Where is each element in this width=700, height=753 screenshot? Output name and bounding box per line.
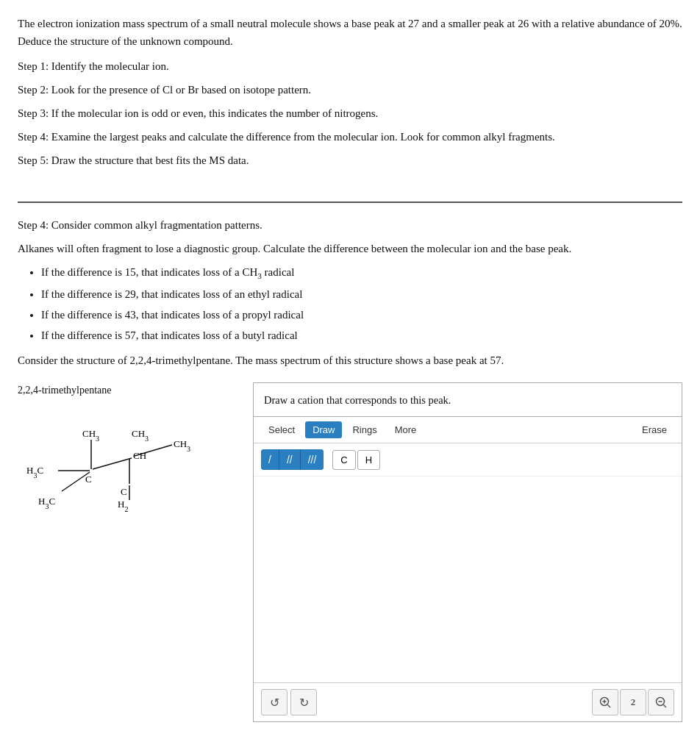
zoom-out-icon [654,696,668,709]
redo-button[interactable]: ↻ [290,689,317,715]
section-divider [18,201,682,203]
step-2: Step 2: Look for the presence of Cl or B… [18,81,682,99]
svg-line-17 [608,705,611,708]
svg-text:H3C: H3C [38,496,55,510]
svg-line-21 [664,705,667,708]
drawing-panel: Draw a cation that corresponds to this p… [253,382,682,722]
triple-bond-button[interactable]: /// [301,449,324,470]
erase-button[interactable]: Erase [635,421,674,438]
zoom-in-button[interactable] [592,689,618,715]
undo-redo-group: ↺ ↻ [261,689,317,715]
step-5: Step 5: Draw the structure that best fit… [18,151,682,169]
zoom-fit-button[interactable]: 2 [620,689,646,715]
zoom-group: 2 [592,689,674,715]
draw-prompt: Draw a cation that corresponds to this p… [254,383,682,417]
more-button[interactable]: More [388,421,424,438]
bullet-4: If the difference is 57, that indicates … [41,326,682,344]
bond-group: / // /// [261,449,324,470]
double-bond-button[interactable]: // [279,449,301,470]
select-button[interactable]: Select [261,421,302,438]
steps-list: Step 1: Identify the molecular ion. Step… [18,57,682,169]
svg-text:CH: CH [133,450,146,461]
svg-line-1 [93,458,132,469]
step-4: Step 4: Examine the largest peaks and ca… [18,128,682,146]
intro-section: The electron ionization mass spectrum of… [18,15,682,188]
structure-diagram: H3C C CH3 H3C CH3 CH CH3 C [18,404,238,527]
step4-heading: Step 4: Consider common alkyl fragmentat… [18,216,682,234]
lower-content: Step 4: Consider common alkyl fragmentat… [18,216,682,722]
svg-text:H2: H2 [118,499,128,513]
bullet-list: If the difference is 15, that indicates … [41,263,682,344]
alkanes-text: Alkanes will often fragment to lose a di… [18,240,682,257]
svg-text:CH3: CH3 [174,438,190,453]
lower-section: 2,2,4-trimethylpentane [18,382,682,722]
step-3: Step 3: If the molecular ion is odd or e… [18,104,682,122]
compound-label: 2,2,4-trimethylpentane [18,382,238,399]
consider-text: Consider the structure of 2,2,4-trimethy… [18,351,682,369]
bullet-1: If the difference is 15, that indicates … [41,263,682,282]
drawing-canvas[interactable] [254,477,682,682]
zoom-out-button[interactable] [648,689,674,715]
rings-button[interactable]: Rings [345,421,384,438]
draw-button[interactable]: Draw [305,421,342,438]
intro-paragraph: The electron ionization mass spectrum of… [18,15,682,50]
hydrogen-button[interactable]: H [357,450,380,470]
carbon-button[interactable]: C [332,450,355,470]
toolbar: Select Draw Rings More Erase [254,417,682,443]
svg-text:H3C: H3C [26,465,43,479]
single-bond-button[interactable]: / [261,449,279,470]
bullet-3: If the difference is 43, that indicates … [41,306,682,324]
svg-text:C: C [85,474,92,485]
structure-svg: H3C C CH3 H3C CH3 CH CH3 C [18,404,224,522]
left-panel: 2,2,4-trimethylpentane [18,382,238,527]
step-1: Step 1: Identify the molecular ion. [18,57,682,75]
bottom-toolbar: ↺ ↻ 2 [254,682,682,721]
bond-tools: / // /// C H [254,443,682,477]
zoom-in-icon [599,696,612,709]
bullet-2: If the difference is 29, that indicates … [41,285,682,303]
svg-text:C: C [121,486,127,497]
svg-text:CH3: CH3 [132,428,149,443]
undo-button[interactable]: ↺ [261,689,288,715]
atom-group: C H [332,450,380,470]
